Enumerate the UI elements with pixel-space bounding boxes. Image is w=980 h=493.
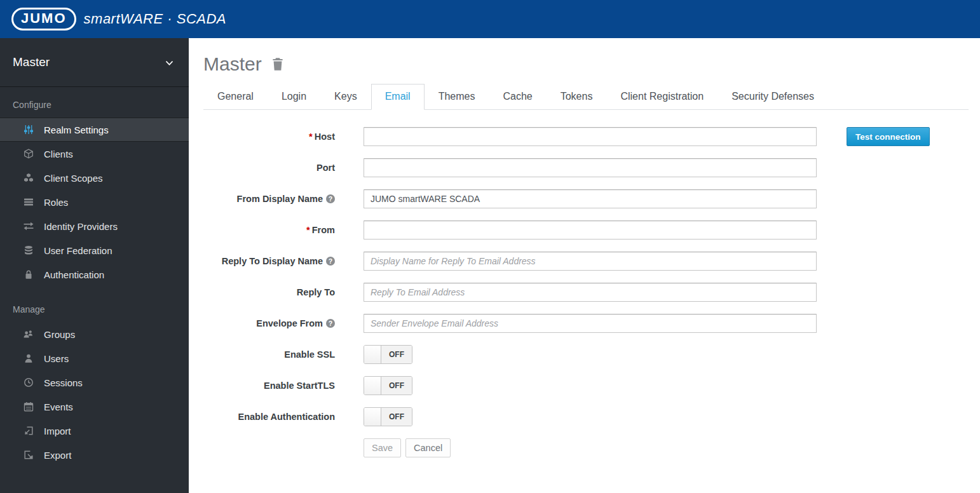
envelope-from-input[interactable] bbox=[364, 314, 817, 333]
sidebar-item-client-scopes[interactable]: Client Scopes bbox=[0, 166, 189, 190]
enable-authentication-toggle[interactable]: OFF bbox=[364, 407, 412, 426]
toggle-state-label: OFF bbox=[381, 408, 412, 426]
sidebar-item-roles[interactable]: Roles bbox=[0, 190, 189, 214]
tab-email[interactable]: Email bbox=[371, 84, 425, 110]
sidebar-item-label: Roles bbox=[44, 197, 68, 208]
envelope-from-label-text: Envelope From bbox=[256, 318, 323, 328]
sidebar-item-import[interactable]: Import bbox=[0, 419, 189, 443]
import-icon bbox=[23, 426, 34, 436]
sidebar-item-label: Users bbox=[44, 353, 69, 364]
group-icon bbox=[23, 329, 34, 339]
sidebar-item-label: User Federation bbox=[44, 245, 112, 256]
from-input[interactable] bbox=[364, 220, 817, 240]
required-asterisk: * bbox=[306, 225, 310, 235]
reply-to-input[interactable] bbox=[364, 283, 817, 302]
from-display-name-label-text: From Display Name bbox=[237, 194, 323, 204]
enable-starttls-label: Enable StartTLS bbox=[203, 381, 335, 391]
test-connection-button[interactable]: Test connection bbox=[847, 127, 930, 146]
from-display-name-label: From Display Name? bbox=[203, 194, 335, 204]
sidebar-item-export[interactable]: Export bbox=[0, 443, 189, 467]
form-row-port: Port bbox=[203, 158, 980, 177]
tab-cache[interactable]: Cache bbox=[489, 84, 546, 109]
tab-security-defenses[interactable]: Security Defenses bbox=[718, 84, 828, 109]
enable-ssl-label-text: Enable SSL bbox=[284, 349, 335, 360]
tab-bar: General Login Keys Email Themes Cache To… bbox=[203, 84, 969, 110]
form-row-from-display-name: From Display Name? bbox=[203, 189, 980, 208]
form-row-enable-ssl: Enable SSL OFF bbox=[203, 345, 980, 364]
sidebar-item-label: Client Scopes bbox=[44, 173, 103, 184]
sidebar-item-clients[interactable]: Clients bbox=[0, 142, 189, 166]
realm-selector[interactable]: Master bbox=[0, 38, 189, 87]
form-row-from: *From bbox=[203, 220, 980, 240]
envelope-from-label: Envelope From? bbox=[203, 318, 335, 328]
toggle-state-label: OFF bbox=[381, 346, 412, 363]
sidebar-item-groups[interactable]: Groups bbox=[0, 322, 189, 346]
help-icon[interactable]: ? bbox=[326, 257, 335, 266]
form-row-enable-starttls: Enable StartTLS OFF bbox=[203, 376, 980, 395]
realm-selector-label: Master bbox=[13, 55, 50, 69]
sidebar-item-user-federation[interactable]: User Federation bbox=[0, 238, 189, 262]
toggle-state-label: OFF bbox=[381, 377, 412, 395]
form-row-envelope-from: Envelope From? bbox=[203, 314, 980, 333]
brand-title: smartWARE · SCADA bbox=[84, 11, 226, 27]
jumo-logo: JUMO bbox=[11, 8, 76, 30]
sidebar-item-users[interactable]: Users bbox=[0, 346, 189, 370]
enable-ssl-label: Enable SSL bbox=[203, 349, 335, 360]
enable-starttls-toggle[interactable]: OFF bbox=[364, 376, 412, 395]
calendar-icon bbox=[23, 402, 34, 412]
tab-tokens[interactable]: Tokens bbox=[547, 84, 607, 109]
page-title: Master bbox=[203, 53, 262, 75]
port-input[interactable] bbox=[364, 158, 817, 177]
sidebar-item-realm-settings[interactable]: Realm Settings bbox=[0, 118, 189, 142]
trash-icon[interactable] bbox=[271, 57, 284, 71]
enable-ssl-toggle[interactable]: OFF bbox=[364, 345, 412, 364]
reply-to-label: Reply To bbox=[203, 287, 335, 297]
sidebar-item-label: Events bbox=[44, 402, 73, 412]
from-display-name-input[interactable] bbox=[364, 189, 817, 208]
export-icon bbox=[23, 450, 34, 460]
sidebar-item-sessions[interactable]: Sessions bbox=[0, 370, 189, 395]
enable-authentication-label: Enable Authentication bbox=[203, 412, 335, 422]
reply-to-display-name-label: Reply To Display Name? bbox=[203, 256, 335, 266]
form-row-reply-to: Reply To bbox=[203, 283, 980, 302]
port-label-text: Port bbox=[316, 163, 335, 173]
sidebar-item-identity-providers[interactable]: Identity Providers bbox=[0, 214, 189, 238]
sidebar-item-label: Authentication bbox=[44, 269, 104, 280]
enable-authentication-label-text: Enable Authentication bbox=[238, 412, 335, 422]
tab-client-registration[interactable]: Client Registration bbox=[606, 84, 718, 109]
cubes-icon bbox=[23, 173, 34, 183]
sidebar-item-label: Export bbox=[44, 450, 71, 461]
host-input[interactable] bbox=[364, 127, 817, 146]
enable-starttls-label-text: Enable StartTLS bbox=[264, 381, 335, 391]
sidebar-item-events[interactable]: Events bbox=[0, 395, 189, 419]
sidebar-item-label: Identity Providers bbox=[44, 221, 118, 232]
tab-login[interactable]: Login bbox=[268, 84, 320, 109]
tab-general[interactable]: General bbox=[203, 84, 268, 109]
sidebar-section-manage: Manage bbox=[0, 287, 189, 322]
sidebar-item-label: Realm Settings bbox=[44, 125, 109, 135]
clock-icon bbox=[23, 377, 34, 388]
cancel-button[interactable]: Cancel bbox=[405, 438, 451, 457]
host-label-text: Host bbox=[315, 132, 335, 142]
sidebar-item-authentication[interactable]: Authentication bbox=[0, 262, 189, 287]
help-icon[interactable]: ? bbox=[326, 194, 335, 203]
save-button[interactable]: Save bbox=[364, 438, 401, 457]
app-header: JUMO smartWARE · SCADA bbox=[0, 0, 980, 38]
tab-themes[interactable]: Themes bbox=[425, 84, 489, 109]
form-row-reply-to-display-name: Reply To Display Name? bbox=[203, 252, 980, 271]
sliders-icon bbox=[23, 125, 34, 135]
form-actions: Save Cancel bbox=[364, 438, 980, 457]
exchange-icon bbox=[23, 221, 34, 231]
email-settings-form: *Host Test connection Port From Display … bbox=[203, 127, 980, 457]
sidebar-item-label: Import bbox=[44, 426, 71, 436]
from-label-text: From bbox=[312, 225, 335, 235]
toggle-handle bbox=[364, 346, 381, 363]
sidebar: Master Configure Realm Settings bbox=[0, 38, 189, 493]
host-label: *Host bbox=[203, 132, 335, 142]
lock-icon bbox=[23, 269, 34, 280]
required-asterisk: * bbox=[309, 132, 313, 142]
tab-keys[interactable]: Keys bbox=[320, 84, 371, 109]
help-icon[interactable]: ? bbox=[326, 319, 335, 328]
reply-to-display-name-input[interactable] bbox=[364, 252, 817, 271]
toggle-handle bbox=[364, 377, 381, 395]
